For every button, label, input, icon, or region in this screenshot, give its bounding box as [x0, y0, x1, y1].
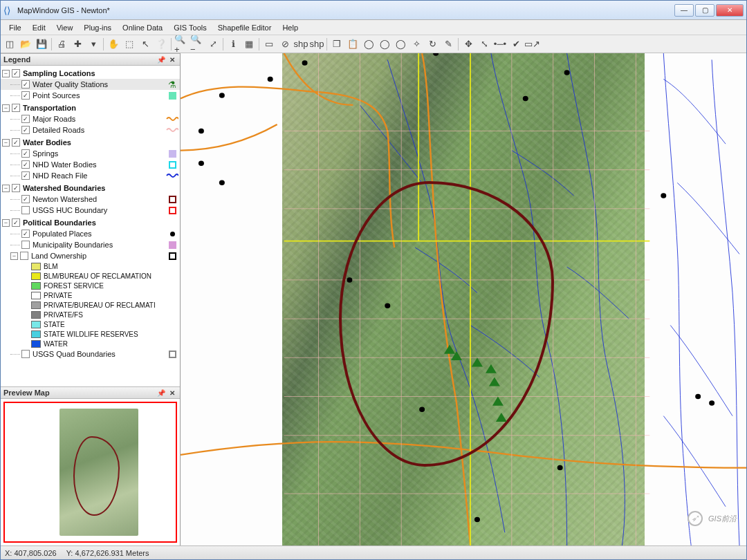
pan-icon[interactable]: ✋	[106, 37, 121, 52]
group-checkbox[interactable]	[12, 69, 20, 77]
titlebar[interactable]: ⟨⟩ MapWindow GIS - Newton* — ▢ ✕	[1, 1, 746, 20]
check-icon[interactable]: ✔	[508, 37, 524, 52]
menu-shapefile-editor[interactable]: Shapefile Editor	[212, 21, 277, 34]
menu-file[interactable]: File	[3, 21, 27, 34]
legend-layer[interactable]: Point Sources	[1, 90, 180, 101]
group-checkbox[interactable]	[12, 184, 20, 192]
deselect-icon[interactable]: ⊘	[277, 37, 293, 52]
expand-icon[interactable]: −	[2, 139, 10, 147]
save-icon[interactable]: 💾	[34, 37, 49, 52]
layer-checkbox[interactable]	[21, 126, 30, 134]
shp-add-icon[interactable]: shp	[293, 37, 308, 52]
legend-sublayer[interactable]: WATER	[1, 339, 180, 348]
legend-group[interactable]: −Water Bodies	[1, 137, 180, 148]
legend-sublayer[interactable]: BLM/BUREAU OF RECLAMATION	[1, 271, 180, 281]
expand-icon[interactable]: −	[2, 70, 10, 77]
layer-checkbox[interactable]	[21, 171, 30, 180]
dropdown-icon[interactable]: ▾	[86, 37, 101, 52]
legend-header[interactable]: Legend 📌 ✕	[1, 53, 180, 66]
legend-sublayer[interactable]: BLM	[1, 261, 180, 271]
legend-sublayer[interactable]: PRIVATE/FS	[1, 310, 180, 319]
group-checkbox[interactable]	[12, 104, 20, 112]
group-checkbox[interactable]	[12, 138, 20, 147]
layer-checkbox[interactable]	[21, 206, 30, 214]
close-panel-icon[interactable]: ✕	[167, 55, 177, 64]
circle3-icon[interactable]: ◯	[393, 37, 408, 52]
expand-icon[interactable]: −	[2, 104, 10, 112]
node-icon[interactable]: •─•	[492, 37, 508, 52]
select-icon[interactable]: ⬚	[122, 37, 137, 52]
table-icon[interactable]: ▦	[241, 37, 257, 52]
legend-group[interactable]: −Political Boundaries	[1, 217, 180, 228]
draw-icon[interactable]: ✎	[441, 37, 456, 52]
minimize-button[interactable]: —	[674, 4, 694, 17]
maximize-button[interactable]: ▢	[695, 4, 714, 17]
legend-layer[interactable]: Major Roads	[1, 113, 180, 124]
target-icon[interactable]: ✧	[409, 37, 424, 52]
export-icon[interactable]: ▭↗	[524, 37, 540, 52]
rotate-icon[interactable]: ↻	[425, 37, 440, 52]
legend-group[interactable]: −Transportation	[1, 102, 180, 113]
legend-sublayer[interactable]: STATE	[1, 319, 180, 329]
expand-icon[interactable]: −	[2, 219, 10, 227]
layer-checkbox[interactable]	[21, 149, 30, 158]
preview-map[interactable]	[3, 402, 177, 543]
map-canvas[interactable]: GIS前沿	[181, 53, 746, 545]
legend-layer[interactable]: NHD Water Bodies	[1, 159, 180, 170]
select-feat-icon[interactable]: ▭	[261, 37, 277, 52]
layer-checkbox[interactable]	[21, 115, 30, 123]
layer-checkbox[interactable]	[21, 230, 30, 238]
close-panel-icon[interactable]: ✕	[167, 388, 177, 398]
layer-checkbox[interactable]	[21, 350, 30, 358]
legend-layer[interactable]: NHD Reach File	[1, 170, 180, 181]
close-button[interactable]: ✕	[716, 4, 744, 17]
move-icon[interactable]: ✥	[461, 37, 476, 52]
legend-sublayer[interactable]: FOREST SERVICE	[1, 281, 180, 290]
add-layer-icon[interactable]: ✚	[70, 37, 85, 52]
legend-layer[interactable]: Newton Watershed	[1, 194, 180, 205]
info-icon[interactable]: ℹ	[225, 37, 241, 52]
paste-icon[interactable]: 📋	[345, 37, 360, 52]
legend-sublayer[interactable]: PRIVATE/BUREAU OF RECLAMATI	[1, 300, 180, 310]
legend-layer[interactable]: Populated Places	[1, 228, 180, 239]
expand-icon[interactable]: −	[10, 252, 18, 260]
legend-sublayer[interactable]: STATE WILDLIFE RESERVES	[1, 329, 180, 339]
zoom-in-icon[interactable]: 🔍+	[174, 37, 189, 52]
print-icon[interactable]: 🖨	[54, 37, 69, 52]
resize-icon[interactable]: ⤡	[477, 37, 492, 52]
menu-plug-ins[interactable]: Plug-ins	[78, 21, 117, 34]
help-icon[interactable]: ❔	[154, 37, 169, 52]
copy-icon[interactable]: ❐	[329, 37, 344, 52]
legend-layer[interactable]: Water Quality Stations⚗	[1, 79, 180, 90]
layer-checkbox[interactable]	[21, 91, 30, 100]
pin-icon[interactable]: 📌	[156, 388, 166, 398]
legend-layer[interactable]: USGS HUC Boundary	[1, 205, 180, 216]
zoom-out-icon[interactable]: 🔍−	[190, 37, 205, 52]
group-checkbox[interactable]	[12, 218, 20, 227]
legend-layer[interactable]: Municipality Boundaries	[1, 239, 180, 250]
menu-gis-tools[interactable]: GIS Tools	[168, 21, 212, 34]
layer-checkbox[interactable]	[20, 252, 28, 260]
legend-layer[interactable]: Springs	[1, 148, 180, 159]
expand-icon[interactable]: −	[2, 185, 10, 192]
menu-edit[interactable]: Edit	[27, 21, 51, 34]
legend-layer[interactable]: Detailed Roads	[1, 124, 180, 136]
legend-group[interactable]: −Watershed Boundaries	[1, 183, 180, 194]
zoom-full-icon[interactable]: ⤢	[205, 37, 221, 52]
menu-view[interactable]: View	[51, 21, 79, 34]
menu-help[interactable]: Help	[277, 21, 304, 34]
circle2-icon[interactable]: ◯	[377, 37, 392, 52]
new-icon[interactable]: ◫	[2, 37, 17, 52]
layer-checkbox[interactable]	[21, 195, 30, 203]
identify-icon[interactable]: ↖	[138, 37, 153, 52]
open-icon[interactable]: 📂	[18, 37, 33, 52]
menu-online-data[interactable]: Online Data	[117, 21, 168, 34]
layer-checkbox[interactable]	[21, 160, 30, 169]
legend-layer[interactable]: −Land Ownership	[1, 250, 180, 261]
circle1-icon[interactable]: ◯	[361, 37, 376, 52]
layer-checkbox[interactable]	[21, 241, 30, 249]
preview-header[interactable]: Preview Map 📌 ✕	[1, 386, 180, 399]
legend-sublayer[interactable]: PRIVATE	[1, 290, 180, 300]
layer-checkbox[interactable]	[21, 80, 30, 88]
legend-group[interactable]: −Sampling Locations	[1, 68, 180, 79]
